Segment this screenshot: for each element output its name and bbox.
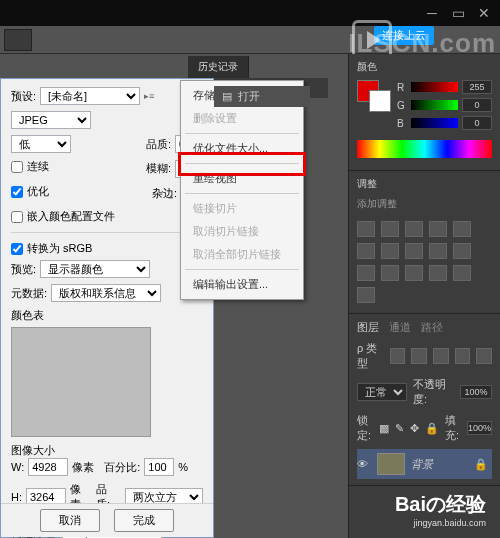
baidu-url: jingyan.baidu.com (395, 518, 486, 528)
color-panel-title: 颜色 (357, 60, 492, 74)
lock-pixel-icon[interactable]: ✎ (395, 422, 404, 435)
format-select[interactable]: JPEG (11, 111, 91, 129)
tab-history[interactable]: 历史记录 (188, 56, 249, 78)
filter-pixel-icon[interactable] (390, 348, 406, 364)
baidu-brand: Baiの经验 (395, 491, 486, 518)
minimize-button[interactable]: ─ (420, 4, 444, 22)
convert-srgb-checkbox[interactable] (11, 243, 23, 255)
adjustments-panel: 调整 添加调整 (349, 171, 500, 314)
exposure-icon[interactable] (429, 221, 447, 237)
selective-icon[interactable] (357, 287, 375, 303)
quality-grade-select[interactable]: 低 (11, 135, 71, 153)
layers-panel: 图层 通道 路径 ρ 类型 正常 不透明度: 100% 锁定: ▩ ✎ ✥ 🔒 … (349, 314, 500, 486)
percent-label: 百分比: (104, 460, 140, 475)
filter-shape-icon[interactable] (455, 348, 471, 364)
tab-layers[interactable]: 图层 (357, 320, 379, 335)
vibrance-icon[interactable] (453, 221, 471, 237)
tool-preset[interactable] (4, 29, 32, 51)
embed-profile-label: 嵌入颜色配置文件 (27, 209, 115, 224)
g-value[interactable]: 0 (462, 98, 492, 112)
r-slider[interactable] (411, 82, 458, 92)
spectrum-ramp[interactable] (357, 140, 492, 158)
width-label: W: (11, 461, 24, 473)
progressive-label: 连续 (27, 159, 49, 174)
menu-optimize-filesize[interactable]: 优化文件大小... (181, 137, 303, 160)
preview-select[interactable]: 显示器颜色 (40, 260, 150, 278)
photofilter-icon[interactable] (429, 243, 447, 259)
background-swatch[interactable] (369, 90, 391, 112)
metadata-label: 元数据: (11, 286, 47, 301)
tab-channels[interactable]: 通道 (389, 320, 411, 335)
invert-icon[interactable] (381, 265, 399, 281)
optimized-checkbox[interactable] (11, 186, 23, 198)
b-value[interactable]: 0 (462, 116, 492, 130)
px-label-1: 像素 (72, 460, 94, 475)
menu-redraw-view[interactable]: 重绘视图 (181, 167, 303, 190)
add-adjustment-label: 添加调整 (357, 197, 492, 211)
close-button[interactable]: ✕ (472, 4, 496, 22)
g-slider[interactable] (411, 100, 458, 110)
colorlookup-icon[interactable] (357, 265, 375, 281)
colorbalance-icon[interactable] (381, 243, 399, 259)
cloud-label: 连接上云 (382, 29, 426, 41)
maximize-button[interactable]: ▭ (446, 4, 470, 22)
filter-type-icon[interactable] (433, 348, 449, 364)
quality-label: 品质: (146, 137, 171, 152)
gradientmap-icon[interactable] (453, 265, 471, 281)
color-panel: 颜色 R255 G0 B0 (349, 54, 500, 171)
r-value[interactable]: 255 (462, 80, 492, 94)
lock-pos-icon[interactable]: ✥ (410, 422, 419, 435)
cloud-button[interactable]: 连接上云 (374, 26, 434, 45)
preset-label: 预设: (11, 89, 36, 104)
menu-delete-settings: 删除设置 (181, 107, 303, 130)
lock-all-icon[interactable]: 🔒 (425, 422, 439, 435)
percent-input[interactable] (144, 458, 174, 476)
bw-icon[interactable] (405, 243, 423, 259)
colortable-heading: 颜色表 (11, 308, 203, 323)
width-input[interactable] (28, 458, 68, 476)
lock-label: 锁定: (357, 413, 373, 443)
lock-icon: 🔒 (474, 458, 488, 471)
preset-select[interactable]: [未命名] (40, 87, 140, 105)
embed-profile-checkbox[interactable] (11, 211, 23, 223)
window-titlebar: ─ ▭ ✕ (0, 0, 500, 26)
menu-edit-output[interactable]: 编辑输出设置... (181, 273, 303, 296)
threshold-icon[interactable] (429, 265, 447, 281)
convert-srgb-label: 转换为 sRGB (27, 241, 92, 256)
color-table (11, 327, 151, 437)
panel-tabs: 历史记录 (188, 56, 249, 78)
g-label: G (397, 100, 407, 111)
channelmixer-icon[interactable] (453, 243, 471, 259)
levels-icon[interactable] (381, 221, 399, 237)
visibility-icon[interactable]: 👁 (357, 458, 371, 470)
cancel-button[interactable]: 取消 (40, 509, 100, 532)
filter-smart-icon[interactable] (476, 348, 492, 364)
hue-icon[interactable] (357, 243, 375, 259)
history-open-row[interactable]: ▤ 打开 (214, 86, 310, 107)
progressive-checkbox[interactable] (11, 161, 23, 173)
brightness-icon[interactable] (357, 221, 375, 237)
posterize-icon[interactable] (405, 265, 423, 281)
r-label: R (397, 82, 407, 93)
dialog-footer: 取消 完成 (1, 503, 213, 537)
curves-icon[interactable] (405, 221, 423, 237)
tab-paths[interactable]: 路径 (421, 320, 443, 335)
adjustments-title: 调整 (357, 177, 492, 191)
done-button[interactable]: 完成 (114, 509, 174, 532)
fill-value[interactable]: 100% (467, 421, 492, 435)
opacity-label: 不透明度: (413, 377, 454, 407)
b-slider[interactable] (411, 118, 458, 128)
blend-mode-select[interactable]: 正常 (357, 383, 407, 401)
baidu-watermark: Baiの经验 jingyan.baidu.com (395, 491, 486, 528)
color-swatches[interactable] (357, 80, 391, 134)
lock-trans-icon[interactable]: ▩ (379, 422, 389, 435)
flyout-icon[interactable]: ▸≡ (144, 91, 154, 101)
menu-unlink-slice: 取消切片链接 (181, 220, 303, 243)
layer-row-background[interactable]: 👁 背景 🔒 (357, 449, 492, 479)
layer-name: 背景 (411, 457, 433, 472)
open-label: 打开 (238, 89, 260, 104)
filter-adjust-icon[interactable] (411, 348, 427, 364)
layer-thumbnail[interactable] (377, 453, 405, 475)
metadata-select[interactable]: 版权和联系信息 (51, 284, 161, 302)
opacity-value[interactable]: 100% (460, 385, 492, 399)
